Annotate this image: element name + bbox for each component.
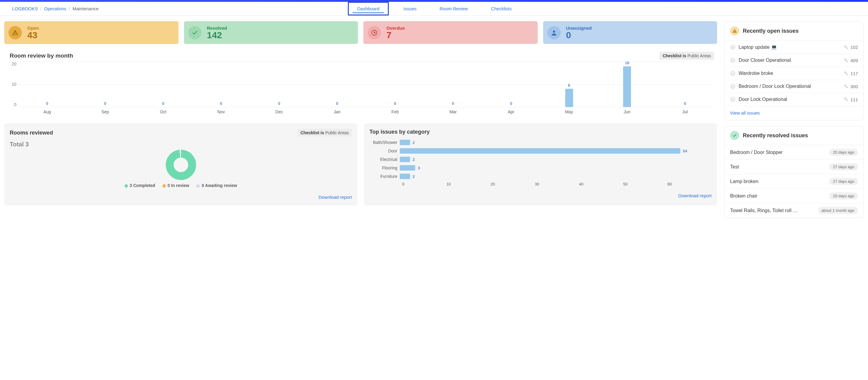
issue-label: Door Lock Operational <box>739 97 787 102</box>
card-resolved[interactable]: Resolved 142 <box>184 21 358 44</box>
issue-label: Test <box>730 164 739 170</box>
card-open-value: 43 <box>27 31 39 40</box>
bar-col: 0 <box>366 62 424 107</box>
recently-open-title: Recently open issues <box>743 28 799 34</box>
rooms-reviewed-donut-chart <box>166 150 196 180</box>
hbar-row: Furniture2 <box>369 173 712 180</box>
tab-checklists[interactable]: Checklists <box>483 2 520 15</box>
key-icon <box>844 97 848 102</box>
check-icon <box>730 131 739 140</box>
recently-resolved-title: Recently resolved issues <box>743 132 808 139</box>
key-icon <box>844 71 848 76</box>
svg-point-4 <box>731 58 735 62</box>
key-icon <box>844 84 848 89</box>
issue-time-pill: 27 days ago <box>829 178 858 185</box>
bar-col: 0 <box>76 62 134 107</box>
warning-triangle-icon <box>730 26 739 35</box>
issue-count: 117 <box>850 71 858 76</box>
svg-point-5 <box>845 59 846 60</box>
tab-issues[interactable]: Issues <box>395 2 425 15</box>
svg-point-3 <box>845 45 846 47</box>
breadcrumb-maintenance: Maintenance <box>72 6 98 11</box>
bar-col: 0 <box>308 62 366 107</box>
recently-resolved-panel: Recently resolved issues Bedroom / Door … <box>724 126 864 218</box>
tab-room-review[interactable]: Room Review <box>431 2 476 15</box>
svg-point-2 <box>731 45 735 50</box>
breadcrumb-root[interactable]: LOGBOOKS <box>12 6 38 11</box>
top-header: LOGBOOKS / Operations / Maintenance Dash… <box>0 2 868 16</box>
issue-count: 409 <box>850 58 858 63</box>
rooms-reviewed-download-link[interactable]: Download report <box>318 194 352 200</box>
check-circle-icon <box>730 58 736 63</box>
card-open[interactable]: Open 43 <box>4 21 179 44</box>
top-issues-panel: Top issues by category Bath/Shower2Door5… <box>364 123 717 205</box>
issue-label: Wardrobe broke <box>739 71 773 76</box>
check-circle-icon <box>730 84 736 89</box>
bar-col: 0 <box>250 62 308 107</box>
card-unassigned-value: 0 <box>566 31 592 40</box>
svg-point-11 <box>845 98 846 99</box>
bar-col: 0 <box>424 62 482 107</box>
issue-label: Door Closer Operational <box>739 58 791 63</box>
check-icon <box>188 26 202 39</box>
svg-point-1 <box>553 30 555 32</box>
resolved-issue-row[interactable]: Lamp broken 27 days ago <box>725 174 864 189</box>
issue-label: Bedroom / Door Stopper <box>730 150 782 155</box>
hbar-row: Flooring3 <box>369 165 712 171</box>
issue-time-pill: 20 days ago <box>829 149 858 156</box>
card-overdue-value: 7 <box>386 31 405 40</box>
check-circle-icon <box>730 44 736 50</box>
rooms-reviewed-legend: 3 Completed 0 In review 0 Awaiting revie… <box>10 183 352 188</box>
issue-label: Lamp broken <box>730 179 758 184</box>
card-resolved-value: 142 <box>207 31 227 40</box>
top-issues-download-link[interactable]: Download report <box>678 193 712 198</box>
resolved-issue-row[interactable]: Bedroom / Door Stopper 20 days ago <box>725 145 864 159</box>
open-issue-row[interactable]: Wardrobe broke 117 <box>725 67 864 80</box>
svg-point-9 <box>845 85 846 86</box>
svg-point-7 <box>845 72 846 73</box>
card-unassigned[interactable]: Unassigned 0 <box>543 21 717 44</box>
issue-time-pill: about 1 month ago <box>818 207 858 214</box>
room-review-bar-chart: 20 10 0 0000000008180 AugSepOctNovDecJan… <box>4 62 717 114</box>
open-issue-row[interactable]: Laptop update 💻 102 <box>725 40 864 54</box>
svg-point-8 <box>731 84 735 89</box>
bar-col: 8 <box>540 62 598 107</box>
issue-label: Broken chair <box>730 193 757 199</box>
open-issue-row[interactable]: Door Lock Operational 111 <box>725 93 864 106</box>
top-tabs: Dashboard Issues Room Review Checklists <box>348 2 520 15</box>
resolved-issue-row[interactable]: Test 27 days ago <box>725 159 864 174</box>
resolved-issue-row[interactable]: Broken chair 20 days ago <box>725 189 864 203</box>
bar-col: 0 <box>134 62 192 107</box>
key-icon <box>844 58 848 63</box>
rooms-reviewed-total: Total 3 <box>10 141 352 148</box>
hbar-row: Electrical2 <box>369 156 712 162</box>
checklist-filter-chip[interactable]: Checklist is Public Areas <box>659 52 714 60</box>
clock-icon <box>368 26 381 39</box>
card-overdue[interactable]: Overdue 7 <box>363 21 538 44</box>
top-issues-title: Top issues by category <box>369 129 430 135</box>
check-circle-icon <box>730 71 736 76</box>
open-issue-row[interactable]: Bedroom / Door Lock Operational 300 <box>725 80 864 93</box>
hbar-row: Bath/Shower2 <box>369 139 712 146</box>
tab-dashboard[interactable]: Dashboard <box>348 2 389 15</box>
rooms-reviewed-panel: Rooms reviewed Checklist is Public Areas… <box>4 123 357 205</box>
svg-point-6 <box>731 71 735 75</box>
check-circle-icon <box>730 97 736 102</box>
breadcrumb-operations[interactable]: Operations <box>44 6 66 11</box>
open-issue-row[interactable]: Door Closer Operational 409 <box>725 54 864 67</box>
top-issues-hbar-chart: Bath/Shower2Door54Electrical2Flooring3Fu… <box>369 139 712 180</box>
room-review-chart-title: Room review by month <box>10 53 73 59</box>
breadcrumb: LOGBOOKS / Operations / Maintenance <box>12 6 98 11</box>
resolved-issue-row[interactable]: Towel Rails, Rings, Toilet roll … about … <box>725 203 864 218</box>
issue-label: Towel Rails, Rings, Toilet roll … <box>730 208 798 213</box>
view-all-issues-link[interactable]: View all issues <box>730 110 760 116</box>
svg-point-10 <box>731 97 735 101</box>
rooms-reviewed-chip[interactable]: Checklist is Public Areas <box>297 129 352 137</box>
issue-label: Laptop update 💻 <box>739 44 777 50</box>
issue-count: 111 <box>850 97 858 102</box>
hbar-row: Door54 <box>369 148 712 154</box>
issue-count: 102 <box>850 44 858 50</box>
person-icon <box>547 26 561 39</box>
issue-time-pill: 20 days ago <box>829 192 858 199</box>
bar-col: 18 <box>598 62 656 107</box>
